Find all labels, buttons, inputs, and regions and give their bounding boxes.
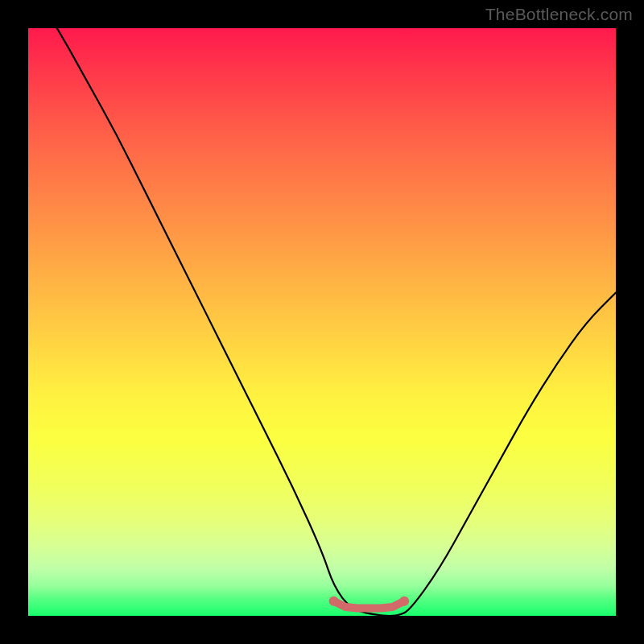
chart-plot-area: [28, 28, 616, 616]
bottleneck-curve-line: [28, 28, 616, 616]
optimal-range-marker-dot-right: [399, 597, 409, 606]
optimal-range-marker-line: [334, 601, 405, 609]
optimal-range-marker-dot-left: [329, 597, 339, 606]
watermark-text: TheBottleneck.com: [485, 5, 633, 24]
chart-svg: [28, 28, 616, 616]
